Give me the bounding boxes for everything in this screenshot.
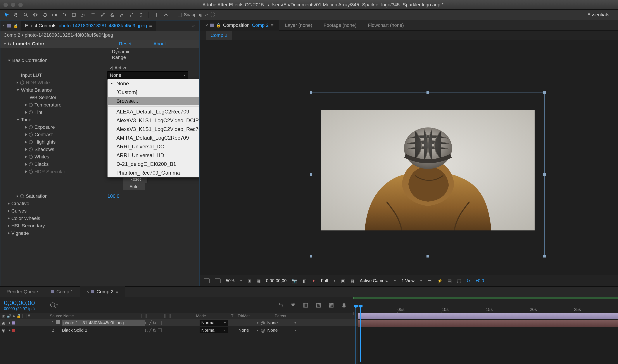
puppet-tool-icon[interactable] [137,11,146,19]
chevron-down-icon[interactable]: ▼ [333,279,336,282]
layer-color-icon[interactable] [12,322,15,325]
panel-close-icon[interactable]: × [2,23,5,28]
tab-menu-icon[interactable]: ≡ [116,289,118,295]
twirl-icon[interactable] [25,133,27,136]
stopwatch-icon[interactable] [29,155,33,159]
layer-name[interactable]: photo-1…81-48f03fa45e9f.jpeg [62,320,145,326]
parent-col[interactable]: Parent [273,314,317,318]
layer-tab[interactable]: Layer (none) [279,20,318,31]
lut-option[interactable]: AlexaV3_K1S1_LogC2Video_Rec709_EE [108,125,199,133]
lut-option[interactable]: D-21_delogC_EI0200_B1 [108,160,199,169]
stopwatch-icon[interactable] [29,140,33,144]
video-toggle-icon[interactable]: ◉ [0,328,7,333]
stopwatch-icon[interactable] [29,133,33,137]
tone-label[interactable]: Tone [21,117,31,123]
world-axis-icon[interactable] [161,11,170,19]
stopwatch-icon[interactable] [29,162,33,166]
work-area-bar[interactable] [353,297,618,299]
pen-tool-icon[interactable] [79,11,88,19]
source-name-col[interactable]: Source Name [48,314,140,318]
panel-overflow-icon[interactable]: » [188,23,199,29]
parent-dropdown[interactable]: None▼ [266,327,298,333]
fx-col-icon[interactable] [156,314,160,318]
twirl-icon[interactable] [8,217,10,220]
lut-option-browse[interactable]: Browse... [108,97,199,105]
effect-about-link[interactable]: About... [153,41,170,47]
twirl-icon[interactable] [25,170,27,173]
panel-color-icon[interactable] [7,24,11,27]
twirl-icon[interactable] [25,104,27,106]
lut-option-custom[interactable]: [Custom] [108,88,199,97]
resize-handle[interactable] [310,91,312,94]
tab-lock-icon[interactable]: 🔒 [216,23,221,28]
frame-blend-icon[interactable]: ▥ [303,302,308,308]
stopwatch-icon[interactable] [29,110,33,114]
motion-blur-icon[interactable]: ▧ [316,302,321,308]
moblur-col-icon[interactable] [165,314,169,318]
layer-bar[interactable] [358,313,618,319]
layer-name[interactable]: Black Solid 2 [62,328,145,333]
resize-handle[interactable] [543,173,546,176]
pickwhip-icon[interactable]: @ [261,321,266,325]
switch-icon[interactable] [158,321,161,325]
pickwhip-icon[interactable]: @ [261,328,266,333]
roto-brush-tool-icon[interactable] [127,11,136,19]
twirl-icon[interactable] [17,89,19,91]
solo-col-icon[interactable]: ● [13,314,15,318]
fx-icon[interactable]: fx [153,328,156,333]
twirl-icon[interactable] [25,111,27,114]
current-time[interactable]: 0;00;00;00 [266,278,287,283]
parent-dropdown[interactable]: None▼ [266,320,298,326]
3d-col-icon[interactable] [175,314,179,318]
resize-handle[interactable] [310,173,312,176]
input-lut-dropdown[interactable]: None▼ [107,71,188,79]
layer-bar[interactable] [358,320,618,327]
resize-handle[interactable] [427,255,429,258]
trkmat-dropdown[interactable]: None▼ [237,327,261,333]
eraser-tool-icon[interactable] [118,11,126,19]
stopwatch-icon[interactable] [29,103,33,107]
draft-3d-icon[interactable]: ✸ [291,302,296,308]
twirl-icon[interactable] [25,156,27,158]
layer-row[interactable]: ◉ 2 Black Solid 2 ⎍╱fx Normal▼ None▼ @ N… [0,327,358,334]
transparency-grid-icon[interactable]: ▦ [350,278,355,284]
workspace-selector[interactable]: Essentials [581,12,616,18]
resize-handle[interactable] [543,91,546,94]
tab-menu-icon[interactable]: ≡ [149,23,152,29]
tab-close-icon[interactable]: × [86,289,89,295]
exposure-value[interactable]: +0.0 [475,278,484,283]
twirl-icon[interactable] [17,119,19,121]
stopwatch-icon[interactable] [29,147,33,151]
collapse-col-icon[interactable] [146,314,150,318]
zoom-value[interactable]: 50% [226,278,235,283]
color-management-icon[interactable]: ✦ [312,278,316,284]
resize-handle[interactable] [310,255,312,258]
pan-behind-tool-icon[interactable] [60,11,68,19]
twirl-icon[interactable] [25,163,27,166]
lut-option[interactable]: ALEXA_Default_LogC2Rec709 [108,107,199,116]
twirl-icon[interactable] [8,210,10,212]
footage-tab[interactable]: Footage (none) [318,20,362,31]
stopwatch-icon[interactable] [20,194,24,198]
timeline-bars[interactable] [358,313,618,364]
twirl-icon[interactable] [25,148,27,151]
trkmat-dropdown[interactable]: ▼ [237,321,261,325]
minimize-window-icon[interactable] [11,3,15,7]
shy-icon[interactable]: ⎍ [145,328,148,333]
saturation-value[interactable]: 100.0 [107,193,120,199]
section-basic[interactable]: Basic Correction [12,58,47,63]
timeline-icon[interactable]: ▤ [448,278,452,284]
blend-mode-dropdown[interactable]: Normal▼ [200,327,228,333]
roi-icon[interactable]: ▣ [341,278,345,284]
active-checkbox[interactable]: ✓ [110,66,113,70]
stopwatch-icon[interactable] [20,81,24,85]
twirl-icon[interactable] [17,81,18,84]
twirl-icon[interactable] [17,195,18,197]
input-lut-menu[interactable]: None [Custom] Browse... ALEXA_Default_Lo… [107,79,199,177]
fx-badge-icon[interactable]: fx [8,41,12,47]
frameblend-col-icon[interactable] [161,314,165,318]
close-window-icon[interactable] [3,3,8,7]
fast-preview-icon[interactable]: ⚡ [437,278,443,284]
current-time-indicator[interactable] [360,305,361,362]
zoom-window-icon[interactable] [18,3,23,7]
